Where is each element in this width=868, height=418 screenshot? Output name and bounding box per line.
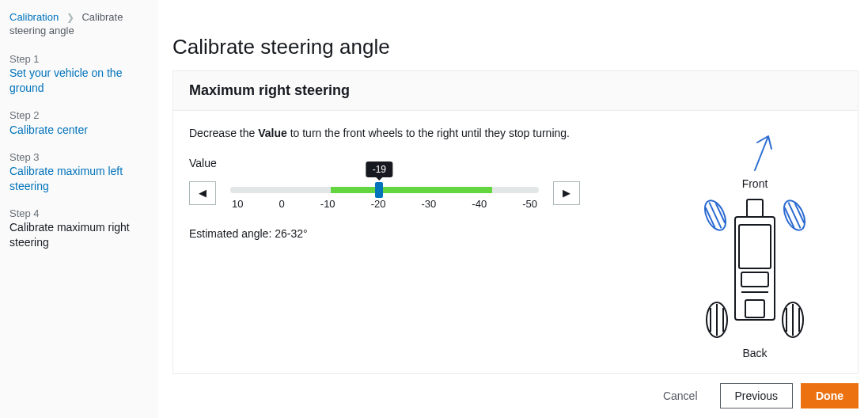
cancel-button[interactable]: Cancel <box>649 383 712 408</box>
step-title-link[interactable]: Calibrate center <box>9 123 150 138</box>
wizard-step-3[interactable]: Step 3 Calibrate maximum left steering <box>9 150 157 194</box>
step-title-current: Calibrate maximum right steering <box>9 221 130 249</box>
back-label: Back <box>742 347 767 359</box>
calibration-panel: Maximum right steering Decrease the Valu… <box>172 70 859 374</box>
wizard-footer: Cancel Previous Done <box>158 374 868 418</box>
done-button[interactable]: Done <box>801 383 859 408</box>
value-label: Value <box>189 157 644 169</box>
arrow-icon <box>727 127 783 174</box>
step-title-link[interactable]: Set your vehicle on the ground <box>9 66 150 96</box>
svg-rect-3 <box>741 272 768 287</box>
instruction-text: Decrease the Value to turn the front whe… <box>189 127 644 139</box>
breadcrumb-root-link[interactable]: Calibration <box>9 11 59 23</box>
svg-rect-1 <box>747 200 763 217</box>
step-label: Step 3 <box>9 150 150 165</box>
panel-header: Maximum right steering <box>173 71 858 111</box>
slider-tooltip: -19 <box>366 162 392 177</box>
slider-track <box>230 187 539 193</box>
step-label: Step 2 <box>9 108 150 123</box>
slider-ticks: 10 0 -10 -20 -30 -40 -50 <box>230 198 539 210</box>
decrement-button[interactable]: ◀ <box>189 181 216 205</box>
triangle-left-icon: ◀ <box>199 187 207 199</box>
step-title-link[interactable]: Calibrate maximum left steering <box>9 164 150 194</box>
section-title: Maximum right steering <box>189 82 842 99</box>
vehicle-diagram: Front <box>668 127 842 363</box>
front-label: Front <box>742 177 768 190</box>
wizard-sidebar: Calibration ❯ Calibrate steering angle S… <box>0 0 158 418</box>
value-slider[interactable]: -19 10 0 -10 -20 -30 -40 -50 <box>230 176 539 210</box>
wizard-step-4: Step 4 Calibrate maximum right steering <box>9 207 157 250</box>
main-content: Calibrate steering angle Maximum right s… <box>158 0 868 418</box>
increment-button[interactable]: ▶ <box>553 181 580 205</box>
wizard-step-1[interactable]: Step 1 Set your vehicle on the ground <box>9 52 157 96</box>
previous-button[interactable]: Previous <box>720 383 793 408</box>
breadcrumb: Calibration ❯ Calibrate steering angle <box>9 11 157 38</box>
step-label: Step 4 <box>9 207 150 221</box>
car-top-icon <box>692 193 818 344</box>
chevron-right-icon: ❯ <box>62 12 79 23</box>
svg-rect-2 <box>739 225 771 268</box>
estimated-angle: Estimated angle: 26-32° <box>189 227 644 240</box>
controls-column: Decrease the Value to turn the front whe… <box>189 127 644 363</box>
triangle-right-icon: ▶ <box>563 187 570 199</box>
step-label: Step 1 <box>9 52 150 66</box>
svg-rect-5 <box>745 300 764 317</box>
wizard-step-2[interactable]: Step 2 Calibrate center <box>9 108 157 137</box>
slider-row: ◀ -19 10 0 -10 -20 -30 <box>189 176 644 210</box>
slider-thumb[interactable] <box>375 182 383 198</box>
page-title: Calibrate steering angle <box>172 35 868 59</box>
